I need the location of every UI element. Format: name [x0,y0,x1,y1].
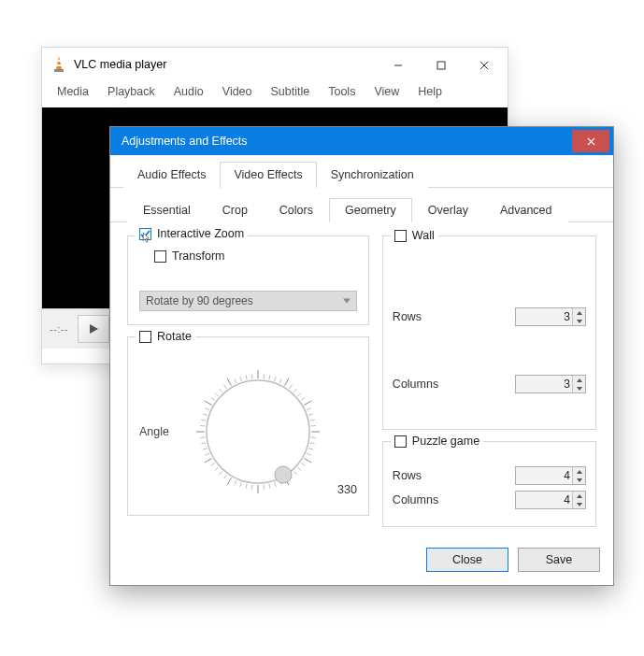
subtab-advanced[interactable]: Advanced [484,198,568,222]
svg-line-42 [275,482,277,487]
menu-tools[interactable]: Tools [321,83,363,100]
svg-rect-2 [56,64,62,66]
svg-line-63 [203,414,208,416]
svg-line-46 [252,485,253,490]
svg-point-75 [275,466,292,483]
minimize-button[interactable] [377,50,420,78]
svg-line-55 [205,459,212,463]
svg-line-26 [307,408,311,410]
subtab-crop[interactable]: Crop [207,198,264,222]
subtab-overlay[interactable]: Overlay [412,198,484,222]
svg-line-64 [205,408,209,410]
transform-group: Interactive Zoom Transform Rotate by 90 … [127,235,369,325]
close-button[interactable]: Close [426,548,508,572]
puzzle-rows-spinner[interactable]: 4 [515,466,586,485]
svg-line-70 [227,378,232,386]
svg-marker-78 [577,378,582,382]
menu-view[interactable]: View [366,83,407,100]
caret-up-icon[interactable] [573,308,585,317]
menu-audio[interactable]: Audio [166,83,211,100]
rotate-dial[interactable] [188,362,328,502]
rotate-checkbox[interactable] [139,331,151,343]
caret-down-icon[interactable] [573,317,585,325]
dialog-titlebar[interactable]: Adjustments and Effects [110,127,613,155]
svg-line-21 [290,385,293,389]
geometry-left-column: Interactive Zoom Transform Rotate by 90 … [127,235,369,527]
svg-line-51 [224,475,227,478]
svg-line-32 [310,443,315,444]
caret-down-icon[interactable] [573,384,585,392]
menu-subtitle[interactable]: Subtitle [264,83,318,100]
wall-rows-spinner[interactable]: 3 [515,307,586,326]
svg-line-65 [205,401,212,406]
wall-checkbox[interactable] [394,230,407,242]
subtab-geometry[interactable]: Geometry [329,198,412,222]
svg-line-53 [215,467,219,470]
svg-marker-80 [577,470,582,474]
subtab-essential[interactable]: Essential [127,198,207,222]
menu-playback[interactable]: Playback [100,83,163,100]
main-tabs: Audio Effects Video Effects Synchronizat… [110,155,613,188]
svg-line-47 [246,484,247,489]
wall-group: Wall Rows 3 Columns 3 [382,235,596,430]
chevron-down-icon [343,299,351,304]
time-display: --:-- [50,323,68,335]
svg-line-34 [307,453,311,455]
caret-up-icon[interactable] [573,467,585,476]
close-button[interactable] [463,50,506,78]
caret-up-icon[interactable] [573,492,585,500]
menu-help[interactable]: Help [410,83,450,100]
dialog-close-button[interactable] [572,130,609,152]
wall-rows-label: Rows [393,310,515,323]
puzzle-checkbox[interactable] [394,435,407,448]
geometry-right-column: Wall Rows 3 Columns 3 [382,235,596,527]
svg-line-22 [293,389,296,392]
vlc-menubar: Media Playback Audio Video Subtitle Tool… [42,81,508,107]
svg-line-29 [311,426,316,427]
tab-synchronization[interactable]: Synchronization [317,162,428,188]
angle-reading: 330 [337,483,357,496]
tab-video-effects[interactable]: Video Effects [220,162,316,188]
svg-line-17 [269,375,270,379]
caret-down-icon[interactable] [573,476,585,484]
subtab-colors[interactable]: Colors [264,198,329,222]
vlc-window-title: VLC media player [74,58,166,71]
menu-video[interactable]: Video [215,83,260,100]
wall-cols-spinner[interactable]: 3 [515,375,586,393]
svg-line-27 [308,414,313,416]
save-button[interactable]: Save [518,548,600,572]
svg-marker-81 [577,478,582,482]
save-button-label: Save [546,553,573,566]
transform-row: Transform [150,250,229,263]
svg-line-36 [301,463,305,466]
svg-marker-83 [577,503,582,506]
interactive-zoom-checkbox[interactable] [139,228,151,240]
puzzle-rows-label: Rows [393,469,515,482]
wall-cols-label: Columns [393,378,515,391]
transform-label: Transform [172,250,225,263]
svg-line-61 [200,426,205,427]
caret-up-icon[interactable] [573,376,585,384]
svg-line-38 [293,471,296,475]
svg-line-35 [304,459,311,463]
wall-row: Wall [391,229,438,242]
svg-line-50 [227,478,232,485]
interactive-zoom-label: Interactive Zoom [157,227,244,240]
svg-line-52 [220,471,222,475]
svg-marker-0 [56,56,62,69]
svg-line-20 [285,378,290,386]
transform-checkbox[interactable] [154,250,166,263]
wall-label: Wall [412,229,435,242]
maximize-button[interactable] [420,50,463,78]
svg-line-62 [201,420,206,421]
caret-down-icon[interactable] [573,500,585,508]
puzzle-row: Puzzle game [391,435,483,448]
menu-media[interactable]: Media [50,83,96,100]
transform-combo[interactable]: Rotate by 90 degrees [139,291,357,311]
svg-rect-3 [54,69,64,72]
svg-marker-77 [577,320,582,323]
puzzle-cols-label: Columns [393,493,515,506]
puzzle-cols-spinner[interactable]: 4 [515,491,586,509]
play-button[interactable] [78,315,109,343]
tab-audio-effects[interactable]: Audio Effects [123,162,220,188]
